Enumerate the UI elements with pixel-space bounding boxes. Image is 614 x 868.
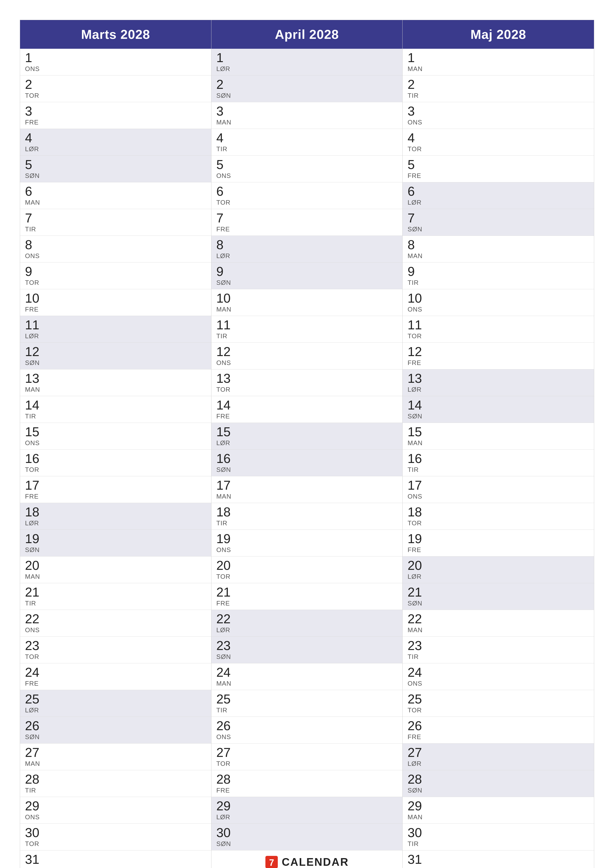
day-row: 19SØN: [20, 530, 211, 556]
day-number: 28: [407, 773, 427, 786]
day-number: 5: [216, 158, 236, 171]
day-number: 11: [216, 318, 236, 331]
day-name: TIR: [407, 466, 427, 474]
day-number: 4: [216, 132, 236, 144]
day-name: TIR: [25, 412, 45, 420]
day-row: 27MAN: [20, 744, 211, 770]
logo-area: 7CALENDAR: [265, 856, 349, 868]
day-name: ONS: [407, 867, 427, 868]
day-number: 17: [216, 479, 236, 491]
day-row: 22MAN: [403, 610, 594, 637]
day-row: 5ONS: [211, 156, 403, 182]
day-row: 26FRE: [403, 717, 594, 744]
day-name: FRE: [216, 412, 236, 420]
day-name: TOR: [25, 279, 45, 287]
day-name: FRE: [407, 546, 427, 554]
day-number: 2: [216, 78, 236, 91]
day-row: 9SØN: [211, 262, 403, 289]
day-row: 14TIR: [20, 396, 211, 423]
month-col-maj: Maj 20281MAN2TIR3ONS4TOR5FRE6LØR7SØN8MAN…: [403, 20, 594, 868]
day-number: 31: [25, 853, 45, 866]
day-row: 18TOR: [403, 503, 594, 530]
day-row: 8LØR: [211, 236, 403, 262]
day-row: 10MAN: [211, 289, 403, 316]
day-name: SØN: [407, 225, 427, 233]
day-number: 26: [25, 719, 45, 732]
day-row: 23TIR: [403, 637, 594, 663]
day-row: 12FRE: [403, 343, 594, 369]
day-row: 28TIR: [20, 770, 211, 797]
day-name: ONS: [25, 439, 45, 447]
day-row: 10ONS: [403, 289, 594, 316]
day-number: 18: [216, 505, 236, 518]
day-number: 24: [407, 666, 427, 679]
day-row: 8MAN: [403, 236, 594, 262]
day-row: 7SØN: [403, 209, 594, 236]
day-name: FRE: [216, 787, 236, 794]
day-row: 11LØR: [20, 316, 211, 343]
day-number: 29: [407, 800, 427, 812]
day-name: ONS: [216, 546, 236, 554]
day-row: 13LØR: [403, 369, 594, 396]
calendar-logo-cell: 7CALENDAR: [211, 851, 403, 868]
day-row: 31FRE: [20, 851, 211, 868]
day-row: 4LØR: [20, 129, 211, 156]
day-name: TOR: [216, 386, 236, 394]
day-number: 11: [407, 318, 427, 331]
day-row: 4TIR: [211, 129, 403, 156]
day-row: 11TIR: [211, 316, 403, 343]
day-name: MAN: [25, 199, 45, 206]
day-number: 21: [216, 586, 236, 598]
day-row: 20TOR: [211, 556, 403, 583]
day-number: 8: [25, 238, 45, 251]
day-number: 3: [216, 105, 236, 118]
day-row: 14SØN: [403, 396, 594, 423]
day-row: 25TOR: [403, 690, 594, 717]
day-name: TIR: [407, 92, 427, 99]
day-row: 19ONS: [211, 530, 403, 556]
day-number: 13: [407, 372, 427, 385]
day-name: LØR: [216, 813, 236, 821]
day-row: 28SØN: [403, 770, 594, 797]
day-name: MAN: [407, 65, 427, 73]
day-number: 25: [216, 693, 236, 705]
day-number: 7: [216, 212, 236, 225]
day-name: LØR: [25, 707, 45, 714]
day-name: TIR: [25, 600, 45, 607]
day-row: 2SØN: [211, 76, 403, 102]
day-number: 3: [407, 105, 427, 118]
day-row: 19FRE: [403, 530, 594, 556]
day-number: 16: [216, 452, 236, 465]
day-number: 17: [25, 479, 45, 491]
day-name: SØN: [407, 787, 427, 794]
day-number: 12: [216, 345, 236, 358]
day-name: ONS: [216, 172, 236, 180]
day-name: TOR: [216, 760, 236, 767]
page: Marts 20281ONS2TOR3FRE4LØR5SØN6MAN7TIR8O…: [0, 0, 614, 868]
day-number: 11: [25, 318, 45, 331]
day-number: 19: [407, 532, 427, 545]
day-number: 23: [25, 639, 45, 652]
day-name: TOR: [25, 840, 45, 848]
day-row: 1LØR: [211, 49, 403, 76]
day-row: 28FRE: [211, 770, 403, 797]
day-name: SØN: [216, 92, 236, 99]
day-number: 31: [407, 853, 427, 866]
day-row: 3FRE: [20, 102, 211, 129]
day-name: TIR: [216, 707, 236, 714]
day-number: 13: [216, 372, 236, 385]
day-row: 23TOR: [20, 637, 211, 663]
day-row: 12ONS: [211, 343, 403, 369]
day-row: 29ONS: [20, 797, 211, 824]
day-row: 17MAN: [211, 476, 403, 503]
day-name: ONS: [25, 252, 45, 260]
day-name: LØR: [407, 199, 427, 206]
day-name: ONS: [407, 119, 427, 126]
day-row: 8ONS: [20, 236, 211, 262]
day-row: 29MAN: [403, 797, 594, 824]
day-number: 3: [25, 105, 45, 118]
day-number: 16: [407, 452, 427, 465]
day-number: 20: [407, 559, 427, 572]
day-number: 24: [25, 666, 45, 679]
day-number: 17: [407, 479, 427, 491]
